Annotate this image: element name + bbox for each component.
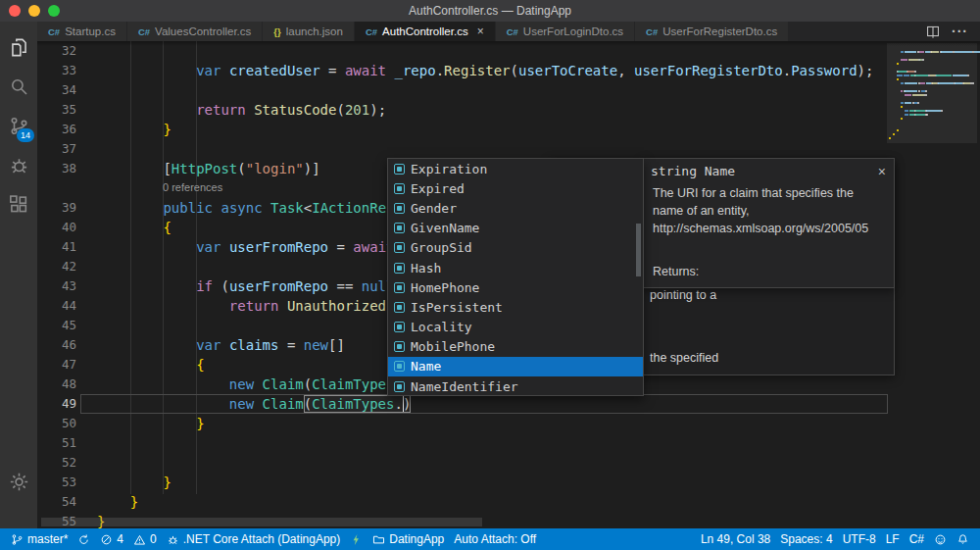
activity-item-explorer[interactable] [0, 27, 37, 67]
suggest-item-mobilephone[interactable]: MobilePhone [388, 337, 643, 357]
minimap-line [915, 114, 925, 116]
minimap-line [970, 82, 973, 84]
property-icon [394, 381, 405, 392]
status-indentation[interactable]: Spaces: 4 [775, 528, 837, 550]
minimap-line [922, 59, 924, 61]
line-number: 32 [37, 41, 76, 61]
suggest-scrollbar[interactable] [636, 224, 641, 276]
status-git-branch[interactable]: master* [6, 528, 73, 550]
editor-actions: ··· [926, 22, 980, 41]
split-editor-icon[interactable] [926, 25, 940, 38]
error-icon [100, 533, 113, 546]
minimap-line [938, 82, 953, 84]
property-icon [394, 322, 405, 332]
horizontal-scrollbar[interactable] [41, 518, 482, 526]
status-errors[interactable]: 4 [95, 528, 128, 550]
status-language-mode[interactable]: C# [905, 528, 929, 550]
suggest-item-name[interactable]: Name [388, 357, 643, 376]
line-content: { [97, 355, 205, 375]
status-encoding[interactable]: UTF-8 [838, 528, 881, 550]
code-line: 37 [37, 139, 980, 159]
property-icon [394, 341, 405, 352]
suggest-item-expired[interactable]: Expired [388, 178, 643, 198]
smiley-icon [934, 533, 947, 546]
suggest-item-expiration[interactable]: Expiration [388, 159, 643, 178]
close-icon[interactable]: × [878, 166, 886, 177]
status-sync[interactable] [73, 528, 95, 550]
line-number: 53 [37, 473, 76, 492]
minimap-line [917, 102, 919, 104]
status-debug-attach[interactable]: .NET Core Attach (DatingApp) [162, 528, 346, 550]
status-warnings[interactable]: 0 [128, 528, 162, 550]
code-line: 54 } [37, 492, 980, 512]
line-number: 44 [37, 296, 76, 316]
tab-valuescontroller-cs[interactable]: C#ValuesController.cs [127, 22, 263, 41]
line-number: 45 [37, 316, 76, 335]
status-cursor-position[interactable]: Ln 49, Col 38 [696, 528, 775, 550]
activity-item-debug[interactable] [0, 145, 37, 184]
tab-startup-cs[interactable]: C#Startup.cs [37, 22, 127, 41]
suggest-item-locality[interactable]: Locality [388, 318, 643, 337]
minimap-line [905, 110, 907, 112]
status-auto-attach[interactable]: Auto Attach: Off [449, 528, 541, 550]
docs-returns-label: Returns: [653, 263, 884, 280]
line-number: 47 [37, 355, 76, 375]
suggest-item-label: GivenName [411, 221, 479, 235]
tab-authcontroller-cs[interactable]: C#AuthController.cs× [355, 22, 496, 41]
status-eol[interactable]: LF [881, 528, 905, 550]
minimize-window-button[interactable] [28, 5, 40, 17]
csharp-file-icon: C# [507, 26, 518, 37]
status-label: Ln 49, Col 38 [701, 532, 770, 546]
activity-item-extensions[interactable] [0, 184, 37, 224]
minimap-line [926, 114, 928, 116]
minimap-line [901, 82, 904, 84]
suggest-item-ispersistent[interactable]: IsPersistent [388, 297, 643, 317]
line-number: 46 [37, 335, 76, 355]
status-label: master* [27, 532, 68, 546]
minimap-line [905, 102, 910, 104]
csharp-file-icon: C# [366, 26, 377, 37]
tab-bar: C#Startup.csC#ValuesController.cs{}launc… [37, 22, 980, 41]
minimap-line [918, 90, 920, 92]
sync-icon [77, 533, 90, 546]
status-notifications[interactable] [952, 528, 974, 550]
code-line: 49 new Claim(ClaimTypes.) [37, 394, 980, 414]
suggest-item-label: Hash [411, 261, 441, 275]
minimap-line [889, 137, 891, 139]
close-icon[interactable]: × [477, 25, 484, 37]
suggest-item-nameidentifier[interactable]: NameIdentifier [388, 376, 643, 396]
line-number: 52 [37, 453, 76, 473]
line-content: } [97, 492, 138, 512]
code-line: 52 [37, 453, 980, 473]
zoom-window-button[interactable] [48, 5, 60, 17]
activity-bar: 14 [0, 22, 37, 528]
suggest-item-label: NameIdentifier [411, 379, 518, 394]
minimap-line [907, 71, 914, 73]
suggest-item-label: IsPersistent [411, 300, 503, 315]
suggest-item-groupsid[interactable]: GroupSid [388, 238, 643, 258]
activity-item-source-control[interactable]: 14 [0, 106, 37, 145]
activity-item-search[interactable] [0, 67, 37, 106]
suggest-item-givenname[interactable]: GivenName [388, 219, 643, 238]
tab-launch-json[interactable]: {}launch.json [263, 22, 355, 41]
editor[interactable]: 3233 var createdUser = await _repo.Regis… [37, 41, 980, 528]
status-project[interactable]: DatingApp [368, 528, 449, 550]
suggest-item-homephone[interactable]: HomePhone [388, 277, 643, 297]
tab-userforregisterdto-cs[interactable]: C#UserForRegisterDto.cs [635, 22, 789, 41]
suggest-item-gender[interactable]: Gender [388, 198, 643, 218]
property-icon [394, 223, 405, 233]
status-omnisharp-flame[interactable] [345, 528, 368, 550]
status-bar-right: Ln 49, Col 38Spaces: 4UTF-8LFC# [696, 528, 974, 550]
line-content: } [97, 473, 172, 492]
minimap-line [926, 110, 940, 112]
tab-userforlogindto-cs[interactable]: C#UserForLoginDto.cs [496, 22, 635, 41]
line-number: 40 [37, 218, 76, 237]
status-feedback[interactable] [929, 528, 952, 550]
property-icon [394, 302, 405, 313]
minimap[interactable] [887, 43, 977, 524]
more-actions-icon[interactable]: ··· [952, 26, 968, 36]
minimap-line [974, 51, 980, 53]
suggest-item-hash[interactable]: Hash [388, 258, 643, 277]
close-window-button[interactable] [9, 5, 21, 17]
activity-item-settings[interactable] [0, 462, 37, 501]
